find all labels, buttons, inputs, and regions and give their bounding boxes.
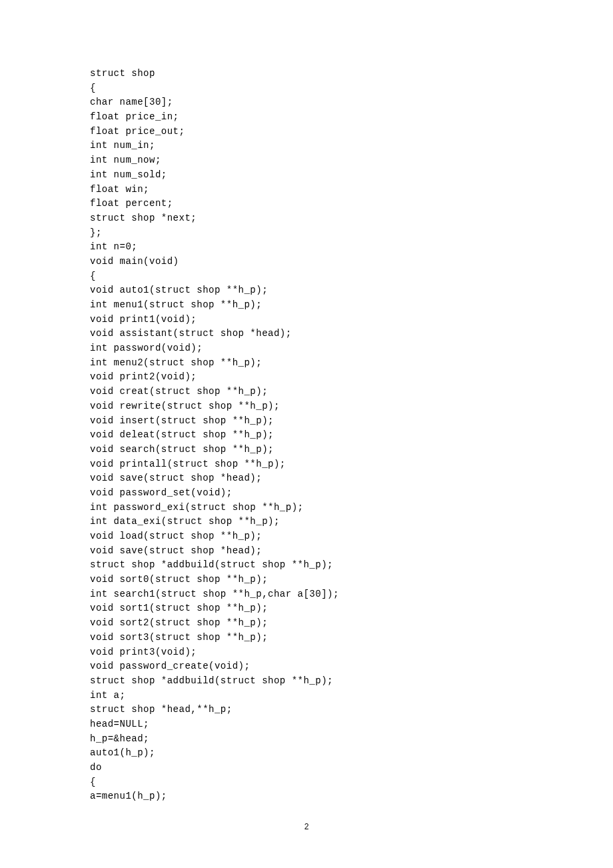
code-line: void print1(void);	[90, 313, 613, 327]
code-line: void printall(struct shop **h_p);	[90, 457, 613, 472]
code-line: int num_now;	[90, 153, 613, 168]
code-line: float percent;	[90, 197, 613, 211]
code-line: float win;	[90, 183, 613, 197]
code-line: int data_exi(struct shop **h_p);	[90, 515, 613, 529]
code-line: void password_create(void);	[90, 659, 613, 674]
code-line: int password_exi(struct shop **h_p);	[90, 501, 613, 515]
code-line: h_p=&head;	[90, 732, 613, 747]
page-number: 2	[0, 821, 613, 833]
code-line: void insert(struct shop **h_p);	[90, 414, 613, 429]
code-line: struct shop *head,**h_p;	[90, 703, 613, 717]
code-line: void deleat(struct shop **h_p);	[90, 428, 613, 443]
code-line: float price_out;	[90, 125, 613, 139]
code-line: void password_set(void);	[90, 486, 613, 501]
code-line: do	[90, 761, 613, 775]
code-line: void sort0(struct shop **h_p);	[90, 573, 613, 587]
code-line: float price_in;	[90, 110, 613, 125]
code-line: void search(struct shop **h_p);	[90, 443, 613, 457]
code-line: void main(void)	[90, 255, 613, 269]
code-line: head=NULL;	[90, 717, 613, 732]
code-line: struct shop	[90, 67, 613, 81]
code-line: void sort1(struct shop **h_p);	[90, 601, 613, 616]
code-line: void creat(struct shop **h_p);	[90, 385, 613, 399]
code-line: struct shop *next;	[90, 211, 613, 226]
code-line: {	[90, 81, 613, 96]
code-line: int n=0;	[90, 240, 613, 255]
code-line: int num_sold;	[90, 168, 613, 183]
code-line: void print2(void);	[90, 370, 613, 385]
code-block: struct shop{char name[30];float price_in…	[90, 67, 613, 804]
code-line: int menu2(struct shop **h_p);	[90, 356, 613, 371]
code-line: a=menu1(h_p);	[90, 789, 613, 804]
code-line: void save(struct shop *head);	[90, 471, 613, 486]
code-line: int menu1(struct shop **h_p);	[90, 298, 613, 313]
code-line: void print3(void);	[90, 645, 613, 660]
code-line: void auto1(struct shop **h_p);	[90, 283, 613, 298]
code-line: {	[90, 269, 613, 284]
code-line: void rewrite(struct shop **h_p);	[90, 399, 613, 414]
code-line: void sort3(struct shop **h_p);	[90, 631, 613, 645]
code-line: auto1(h_p);	[90, 746, 613, 761]
code-line: void save(struct shop *head);	[90, 544, 613, 559]
code-line: struct shop *addbuild(struct shop **h_p)…	[90, 674, 613, 689]
code-line: int num_in;	[90, 139, 613, 153]
code-line: void sort2(struct shop **h_p);	[90, 616, 613, 631]
code-line: struct shop *addbuild(struct shop **h_p)…	[90, 558, 613, 573]
code-line: {	[90, 775, 613, 790]
code-line: void load(struct shop **h_p);	[90, 529, 613, 544]
code-line: int password(void);	[90, 341, 613, 356]
document-page: struct shop{char name[30];float price_in…	[0, 0, 613, 868]
code-line: int search1(struct shop **h_p,char a[30]…	[90, 587, 613, 602]
code-line: };	[90, 226, 613, 241]
code-line: int a;	[90, 689, 613, 703]
code-line: char name[30];	[90, 95, 613, 110]
code-line: void assistant(struct shop *head);	[90, 327, 613, 341]
